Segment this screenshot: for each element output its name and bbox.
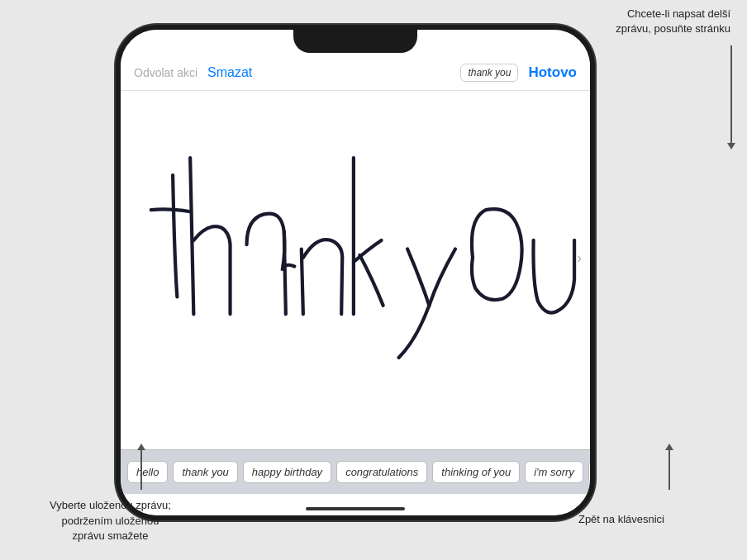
toolbar-right: thank you Hotovo bbox=[460, 64, 577, 82]
clear-button[interactable]: Smazat bbox=[207, 65, 252, 80]
volume-up-button[interactable] bbox=[116, 166, 117, 207]
suggestion-c[interactable]: c bbox=[588, 461, 590, 483]
undo-button[interactable]: Odvolat akci bbox=[134, 66, 197, 79]
notch bbox=[293, 30, 417, 53]
suggestion-im-sorry[interactable]: i'm sorry bbox=[525, 461, 583, 483]
annotation-top-right: Chcete-li napsat delšízprávu, posuňte st… bbox=[616, 7, 730, 36]
phone-frame: Odvolat akci Smazat thank you Hotovo bbox=[116, 25, 595, 520]
arrow-bottom-left-line bbox=[140, 448, 142, 490]
suggestions-bar: hello thank you happy birthday congratul… bbox=[121, 449, 590, 494]
writing-area[interactable]: › bbox=[121, 91, 590, 425]
suggestion-hello[interactable]: hello bbox=[127, 461, 168, 483]
toolbar: Odvolat akci Smazat thank you Hotovo bbox=[121, 55, 590, 91]
handwriting-canvas[interactable] bbox=[121, 91, 590, 425]
annotation-bottom-right: Zpět na klávesnici bbox=[578, 512, 664, 527]
suggestion-thank-you[interactable]: thank you bbox=[173, 461, 237, 483]
suggestion-thinking-of-you[interactable]: thinking of you bbox=[432, 461, 520, 483]
done-button[interactable]: Hotovo bbox=[528, 64, 577, 81]
preview-chip: thank you bbox=[460, 64, 518, 82]
phone-screen: Odvolat akci Smazat thank you Hotovo bbox=[121, 30, 590, 515]
next-page-arrow[interactable]: › bbox=[577, 249, 582, 267]
toolbar-left: Odvolat akci Smazat bbox=[134, 65, 252, 80]
power-button[interactable] bbox=[593, 178, 595, 236]
volume-mute-button[interactable] bbox=[116, 129, 117, 154]
annotation-bottom-left: Vyberte uloženou zprávu;podržením uložen… bbox=[50, 498, 171, 543]
volume-down-button[interactable] bbox=[116, 216, 117, 257]
arrow-bottom-right-line bbox=[668, 448, 670, 490]
suggestion-congratulations[interactable]: congratulations bbox=[336, 461, 427, 483]
arrow-top-right-line bbox=[730, 45, 732, 145]
suggestion-happy-birthday[interactable]: happy birthday bbox=[243, 461, 331, 483]
home-indicator bbox=[306, 507, 405, 510]
